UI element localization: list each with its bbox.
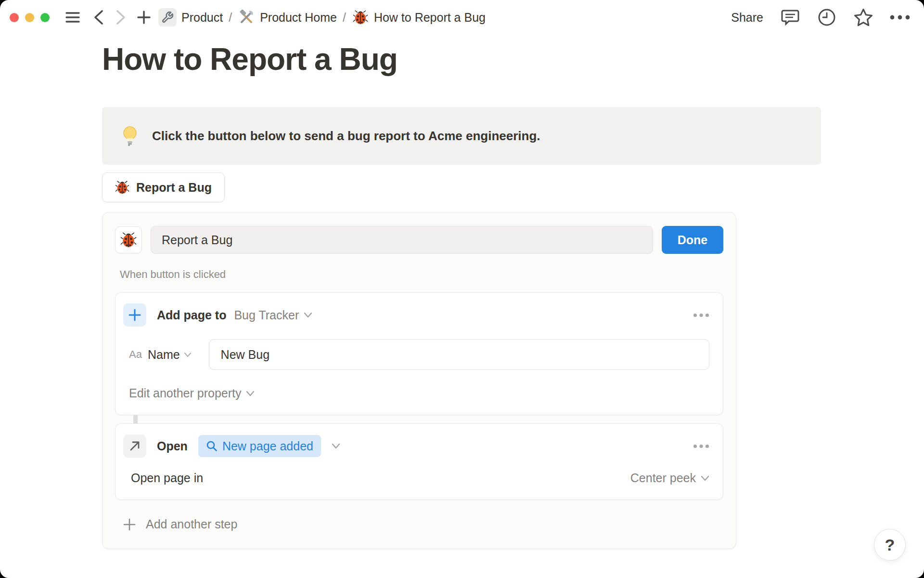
open-page-in-row: Open page in Center peek (131, 471, 709, 485)
done-button[interactable]: Done (662, 226, 723, 254)
search-icon (206, 440, 218, 452)
step-connector (133, 415, 138, 423)
property-selector[interactable]: Name (148, 348, 192, 362)
step2-more-options-button[interactable] (693, 444, 709, 448)
step1-action-label: Add page to (157, 308, 226, 322)
comment-icon (781, 9, 799, 26)
ellipsis-icon (693, 444, 709, 448)
breadcrumb-separator: / (343, 11, 346, 25)
step-card-add-page: Add page to Bug Tracker Aa (115, 292, 723, 415)
breadcrumb-label: Product Home (260, 11, 337, 25)
chevron-down-icon (246, 391, 255, 396)
breadcrumb: Product / Product Home / (158, 8, 486, 26)
star-icon (854, 8, 873, 26)
chevron-down-icon (304, 312, 312, 318)
wrench-icon (158, 8, 177, 26)
clock-icon (818, 8, 836, 26)
breadcrumb-item-product[interactable]: Product (158, 8, 223, 26)
ellipsis-icon (890, 15, 910, 20)
share-button[interactable]: Share (731, 11, 763, 25)
favorite-button[interactable] (854, 8, 873, 27)
step1-header: Add page to Bug Tracker (123, 303, 709, 327)
open-page-icon (123, 434, 146, 458)
ladybug-icon (352, 9, 369, 26)
top-bar: Product / Product Home / (0, 0, 924, 35)
ladybug-icon (115, 180, 129, 195)
add-another-step-label: Add another step (146, 517, 237, 531)
property-name-label: Name (148, 348, 180, 362)
app-window: Product / Product Home / (0, 0, 924, 578)
step-card-open-page: Open New page added (115, 423, 723, 500)
chevron-right-icon (116, 10, 126, 25)
callout-text: Click the button below to send a bug rep… (152, 129, 540, 144)
plus-icon (137, 10, 151, 25)
minimize-window-button[interactable] (25, 13, 34, 22)
chevron-down-icon (332, 443, 340, 449)
back-button[interactable] (89, 8, 108, 27)
comments-button[interactable] (781, 8, 800, 27)
trigger-label: When button is clicked (120, 268, 723, 281)
zoom-window-button[interactable] (40, 13, 50, 22)
text-property-icon: Aa (129, 348, 142, 361)
breadcrumb-separator: / (229, 11, 232, 25)
more-menu-button[interactable] (890, 8, 910, 27)
chevron-left-icon (93, 10, 104, 25)
edit-another-property-label: Edit another property (129, 386, 241, 400)
step1-target-label: Bug Tracker (234, 308, 299, 322)
breadcrumb-item-product-home[interactable]: Product Home (238, 9, 337, 26)
panel-header: Done (115, 226, 723, 254)
breadcrumb-item-how-to-report-a-bug[interactable]: How to Report a Bug (352, 9, 486, 26)
button-config-panel: Done When button is clicked Add page to … (102, 212, 736, 549)
open-mode-label: Center peek (630, 471, 696, 485)
hammer-wrench-icon (238, 9, 255, 26)
step2-header: Open New page added (123, 434, 709, 458)
ellipsis-icon (693, 313, 709, 317)
chevron-down-icon (184, 352, 192, 357)
add-another-step-button[interactable]: Add another step (123, 512, 237, 536)
plus-icon (123, 518, 136, 531)
breadcrumb-label: How to Report a Bug (374, 11, 486, 25)
new-tab-button[interactable] (134, 8, 154, 27)
button-name-input[interactable] (151, 226, 653, 254)
open-mode-selector[interactable]: Center peek (630, 471, 709, 485)
open-target-pill-label: New page added (222, 439, 313, 453)
report-a-bug-button[interactable]: Report a Bug (102, 172, 225, 202)
step1-target-selector[interactable]: Bug Tracker (237, 308, 312, 322)
chevron-down-icon (701, 475, 709, 481)
open-target-pill[interactable]: New page added (198, 435, 321, 457)
property-value-input[interactable] (209, 339, 709, 370)
step2-action-label: Open (157, 439, 188, 453)
forward-button[interactable] (111, 8, 130, 27)
sidebar-toggle-button[interactable] (63, 8, 82, 27)
add-page-icon (123, 303, 146, 327)
topbar-actions: Share (731, 8, 910, 27)
ladybug-icon (120, 232, 137, 248)
light-bulb-icon (120, 125, 140, 146)
page-title: How to Report a Bug (102, 42, 924, 76)
close-window-button[interactable] (10, 13, 19, 22)
report-a-bug-button-label: Report a Bug (136, 181, 212, 195)
hamburger-icon (65, 12, 80, 23)
page-content: How to Report a Bug Click the button bel… (0, 35, 924, 549)
callout-block: Click the button below to send a bug rep… (102, 107, 821, 165)
help-button[interactable]: ? (874, 529, 906, 561)
breadcrumb-label: Product (181, 11, 223, 25)
window-controls (10, 13, 50, 22)
edit-another-property-button[interactable]: Edit another property (129, 386, 255, 400)
history-button[interactable] (817, 8, 836, 27)
button-icon-picker[interactable] (115, 226, 142, 253)
open-page-in-label: Open page in (131, 471, 203, 485)
step1-more-options-button[interactable] (693, 313, 709, 317)
property-row-name: Aa Name (129, 339, 709, 370)
